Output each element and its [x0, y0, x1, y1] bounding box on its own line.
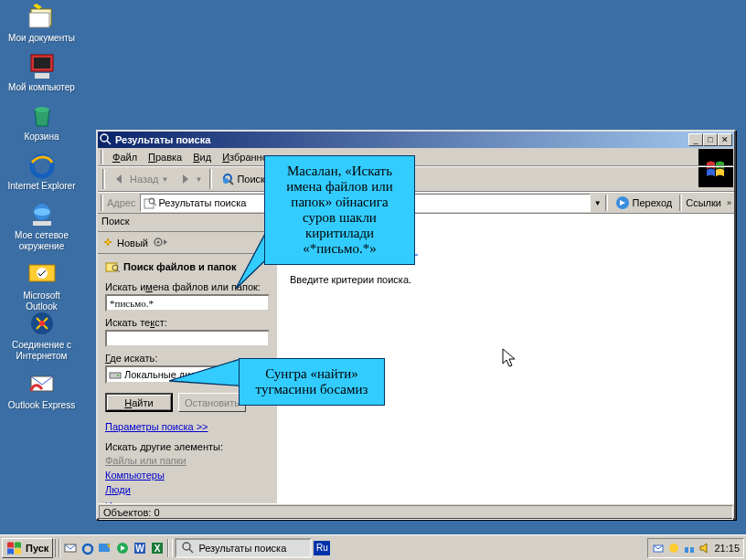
search-new-button[interactable]: Новый: [101, 237, 148, 249]
svg-rect-29: [110, 373, 121, 378]
statusbar: Объектов: 0: [98, 503, 734, 520]
ql-ie-icon[interactable]: [80, 539, 96, 557]
ql-media-icon[interactable]: [114, 539, 131, 557]
text-input[interactable]: [105, 330, 270, 347]
folder-search-icon: [105, 259, 120, 274]
window-icon: [100, 133, 112, 146]
svg-point-30: [117, 375, 119, 376]
clock: 21:15: [714, 543, 740, 554]
desktop-icon-dialup[interactable]: Соединение с Интернетом: [7, 309, 76, 362]
back-button[interactable]: Назад▼: [109, 169, 172, 189]
tray-icon-1[interactable]: [652, 542, 665, 555]
menu-edit[interactable]: Правка: [143, 150, 187, 164]
desktop-icon-oe[interactable]: Outlook Express: [7, 369, 76, 411]
close-button[interactable]: ✕: [718, 133, 732, 146]
svg-point-12: [39, 321, 45, 326]
svg-point-25: [156, 240, 159, 243]
svg-point-10: [37, 268, 48, 279]
go-icon: [615, 195, 630, 210]
svg-line-19: [229, 181, 233, 185]
callout-find: Сунгра «найти» тугмасини босамиз: [239, 358, 385, 406]
cursor-icon: [501, 347, 519, 369]
svg-rect-4: [35, 73, 49, 79]
svg-point-18: [223, 178, 229, 184]
ql-excel-icon[interactable]: X: [149, 539, 165, 557]
go-button[interactable]: Переход: [612, 194, 677, 212]
ql-mail-icon[interactable]: [62, 539, 79, 557]
search-toolbar-button[interactable]: Поиск: [216, 169, 268, 189]
search-icon: [182, 542, 195, 555]
desktop-icon-ie[interactable]: Internet Explorer: [7, 150, 76, 192]
window-title: Результаты поиска: [115, 134, 688, 145]
sparkle-icon: [101, 237, 114, 249]
svg-rect-44: [685, 547, 688, 553]
language-indicator[interactable]: Ru: [314, 541, 330, 555]
search-settings-button[interactable]: [154, 236, 168, 250]
tray-volume-icon[interactable]: [698, 542, 711, 555]
windows-flag-icon: [6, 541, 23, 555]
ql-desktop-icon[interactable]: [97, 539, 113, 557]
minimize-button[interactable]: _: [688, 133, 703, 146]
link-internet[interactable]: Интернет: [105, 501, 270, 503]
svg-point-43: [669, 544, 678, 553]
address-label: Адрес: [107, 197, 136, 208]
address-bar: Адрес Результаты поиска ▼ Переход Ссылки…: [98, 192, 734, 214]
svg-text:W: W: [136, 544, 145, 554]
text-label: Искать текст:: [105, 317, 270, 328]
other-items-label: Искать другие элементы:: [105, 441, 270, 452]
forward-button[interactable]: ▼: [174, 169, 206, 189]
search-results-window: Результаты поиска _ □ ✕ Файл Правка Вид …: [96, 130, 736, 520]
svg-rect-3: [34, 58, 50, 69]
svg-rect-45: [690, 547, 694, 553]
desktop-icon-documents[interactable]: Мои документы: [7, 2, 76, 44]
system-tray: 21:15: [647, 538, 744, 558]
start-button[interactable]: Пуск: [2, 538, 53, 558]
gear-icon: [154, 236, 168, 248]
svg-point-15: [101, 134, 108, 142]
svg-point-40: [183, 543, 190, 550]
tray-icon-3[interactable]: [683, 542, 696, 555]
filename-input[interactable]: [105, 294, 270, 312]
svg-line-41: [189, 549, 193, 553]
search-results-icon: [144, 196, 156, 209]
desktop-icon-outlook[interactable]: Microsoft Outlook: [7, 259, 76, 312]
menu-file[interactable]: Файл: [107, 150, 143, 164]
svg-rect-34: [101, 553, 110, 555]
menu-view[interactable]: Вид: [187, 150, 217, 164]
link-people[interactable]: Люди: [105, 484, 270, 495]
callout-filename: Масалан, «Искать имена файлов или папок»…: [264, 155, 415, 265]
menubar: Файл Правка Вид Избранное: [98, 148, 734, 166]
status-text: Объектов: 0: [99, 505, 733, 520]
taskbar-item[interactable]: Результаты поиска: [175, 538, 312, 558]
svg-point-32: [83, 544, 92, 554]
desktop-icon-recycle[interactable]: Корзина: [7, 100, 76, 143]
ql-word-icon[interactable]: W: [132, 539, 148, 557]
desktop-icon-network[interactable]: Мое сетевое окружение: [7, 199, 76, 252]
svg-point-5: [35, 107, 49, 112]
find-button[interactable]: Найти: [105, 393, 173, 412]
search-params-link[interactable]: Параметры поиска >>: [105, 421, 270, 432]
links-label[interactable]: Ссылки: [686, 197, 721, 208]
forward-arrow-icon: [177, 172, 192, 186]
link-files[interactable]: Файлы или папки: [105, 455, 270, 466]
back-arrow-icon: [112, 172, 127, 186]
titlebar[interactable]: Результаты поиска _ □ ✕: [98, 132, 734, 148]
stop-button: Остановить: [178, 393, 246, 412]
result-hint: Введите критерии поиска.: [290, 274, 723, 285]
svg-line-16: [107, 141, 111, 144]
quick-launch: W X: [55, 539, 173, 557]
taskbar: Пуск W X Результаты поиска Ru 21:15: [0, 534, 746, 560]
maximize-button[interactable]: □: [703, 133, 718, 146]
tray-icon-2[interactable]: [667, 542, 680, 555]
link-computers[interactable]: Компьютеры: [105, 470, 270, 481]
svg-rect-8: [33, 221, 51, 226]
drive-icon: [109, 368, 122, 381]
svg-text:X: X: [155, 544, 161, 554]
search-icon: [219, 172, 234, 186]
svg-rect-1: [29, 13, 49, 27]
desktop-icon-computer[interactable]: Мой компьютер: [7, 51, 76, 93]
desktop: Мои документы Мой компьютер Корзина Inte…: [0, 0, 746, 534]
toolbar: Назад▼ ▼ Поиск: [98, 166, 734, 192]
